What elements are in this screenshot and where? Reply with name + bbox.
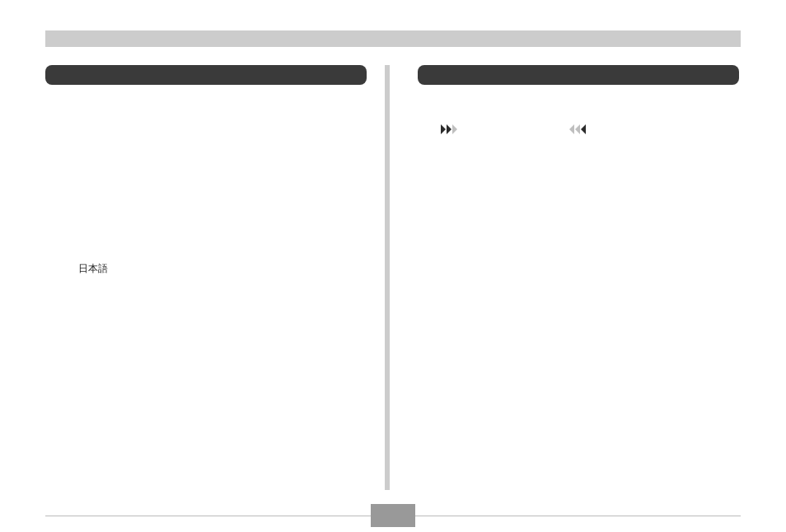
right-column [418,65,741,490]
backward-icon [566,124,586,134]
svg-marker-3 [569,124,574,134]
svg-marker-1 [447,124,451,134]
icon-row [441,124,741,134]
svg-marker-0 [441,124,446,134]
svg-marker-4 [575,124,580,134]
columns-container: 日本語 [45,65,741,490]
footer-area [45,492,741,516]
right-section-header [418,65,739,85]
left-column: 日本語 [45,65,368,490]
column-divider [385,65,390,490]
top-header-bar [45,30,741,47]
left-section-header [45,65,367,85]
svg-marker-2 [452,124,457,134]
page-tab [371,504,415,527]
document-page: 日本語 [45,30,741,516]
svg-marker-5 [581,124,586,134]
forward-icon [441,124,461,134]
japanese-language-label: 日本語 [78,262,108,276]
